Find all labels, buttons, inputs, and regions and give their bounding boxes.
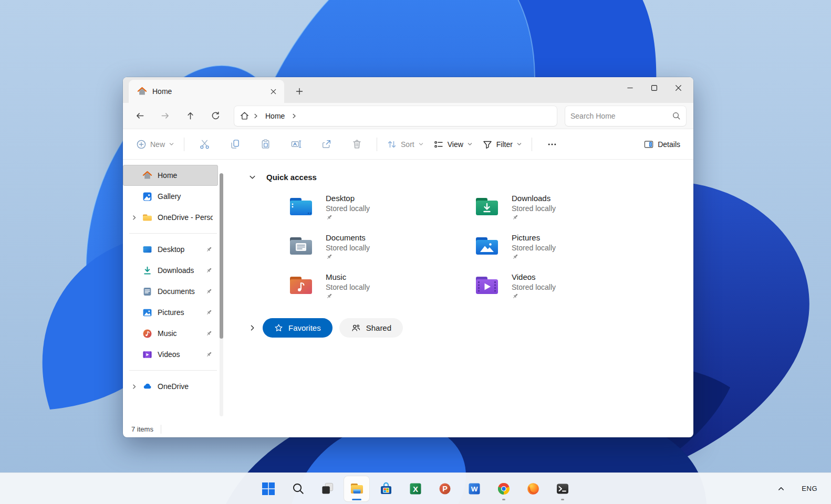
back-button[interactable] — [128, 106, 151, 126]
breadcrumb-home-icon[interactable] — [240, 111, 250, 121]
taskbar-task-view-button[interactable] — [315, 476, 340, 501]
copy-button[interactable] — [223, 134, 246, 155]
favorites-tab[interactable]: Favorites — [263, 318, 333, 338]
refresh-button[interactable] — [204, 106, 227, 126]
taskbar-search-button[interactable] — [285, 476, 310, 501]
sidebar-item-downloads[interactable]: Downloads — [123, 260, 218, 281]
terminal-icon — [556, 482, 569, 496]
taskbar-start-button[interactable] — [256, 476, 281, 501]
new-tab-button[interactable] — [292, 83, 307, 99]
minimize-button[interactable] — [618, 77, 642, 98]
section-title[interactable]: Quick access — [266, 173, 317, 182]
windows-start-icon — [262, 482, 275, 496]
sidebar-item-pictures[interactable]: Pictures — [123, 302, 218, 323]
new-button[interactable]: New — [131, 134, 179, 155]
pin-icon — [326, 253, 370, 260]
chevron-down-icon — [516, 141, 522, 147]
file-explorer-window: Home — [123, 77, 693, 437]
breadcrumb-home[interactable]: Home — [262, 112, 288, 120]
quick-access-item-desktop[interactable]: Desktop Stored locally — [288, 193, 474, 233]
sidebar-item-onedrive[interactable]: OneDrive — [123, 376, 218, 397]
pin-icon — [205, 288, 213, 296]
quick-access-item-pictures[interactable]: Pictures Stored locally — [474, 233, 660, 272]
breadcrumb-chevron-icon[interactable] — [291, 113, 297, 119]
folder-status: Stored locally — [326, 204, 370, 214]
navigation-bar: Home — [123, 103, 693, 129]
pin-icon — [205, 351, 213, 359]
chevron-down-icon[interactable] — [246, 171, 258, 183]
share-button[interactable] — [315, 134, 338, 155]
command-bar: New Sort View — [123, 129, 693, 160]
sidebar-item-videos[interactable]: Videos — [123, 344, 218, 365]
sidebar-item-music[interactable]: Music — [123, 323, 218, 344]
toolbar-separator — [184, 138, 184, 151]
chevron-right-icon[interactable] — [129, 213, 139, 222]
taskbar-powerpoint-button[interactable]: P — [432, 476, 458, 501]
tab-close-button[interactable] — [266, 85, 280, 98]
folder-name: Documents — [326, 233, 370, 243]
chevron-right-icon[interactable] — [246, 322, 258, 334]
folder-name: Music — [326, 272, 370, 282]
tray-chevron-up-icon[interactable] — [777, 485, 785, 492]
chevron-right-icon[interactable] — [129, 382, 139, 391]
sidebar-item-home[interactable]: Home — [123, 165, 218, 186]
sidebar-item-gallery[interactable]: Gallery — [123, 186, 218, 207]
quick-access-item-downloads[interactable]: Downloads Stored locally — [474, 193, 660, 233]
breadcrumb-chevron-icon — [253, 113, 259, 119]
sidebar-item-label: Gallery — [158, 192, 213, 201]
chevron-down-icon — [418, 141, 424, 147]
music-icon — [142, 329, 152, 339]
cut-button[interactable] — [193, 134, 216, 155]
maximize-button[interactable] — [642, 77, 666, 98]
taskbar-excel-button[interactable]: X — [403, 476, 428, 501]
pin-icon — [512, 292, 556, 300]
powerpoint-icon: P — [438, 482, 452, 496]
taskbar-word-button[interactable]: W — [462, 476, 487, 501]
filter-label: Filter — [496, 140, 513, 149]
quick-access-item-videos[interactable]: Videos Stored locally — [474, 272, 660, 311]
documents-icon — [142, 287, 152, 297]
view-button[interactable]: View — [429, 134, 477, 155]
filter-icon — [482, 139, 493, 150]
language-indicator[interactable]: ENG — [802, 485, 817, 492]
sidebar-scrollbar-thumb[interactable] — [220, 173, 223, 339]
sidebar-item-documents[interactable]: Documents — [123, 281, 218, 302]
tab-home[interactable]: Home — [129, 80, 284, 103]
svg-text:W: W — [471, 485, 478, 493]
quick-access-header: Quick access — [246, 171, 693, 183]
quick-access-item-music[interactable]: Music Stored locally — [288, 272, 474, 311]
rename-button[interactable] — [284, 134, 307, 155]
sidebar-item-label: OneDrive - Personal — [158, 213, 213, 222]
sidebar-item-desktop[interactable]: Desktop — [123, 239, 218, 260]
address-bar[interactable]: Home — [234, 106, 557, 126]
quick-access-item-documents[interactable]: Documents Stored locally — [288, 233, 474, 272]
forward-button[interactable] — [153, 106, 176, 126]
word-icon: W — [468, 482, 481, 496]
search-input[interactable] — [570, 112, 672, 120]
taskbar-file-explorer-button[interactable] — [344, 476, 369, 501]
quick-access-grid: Desktop Stored locally Downloads Stored … — [288, 193, 693, 311]
sort-button[interactable]: Sort — [382, 134, 429, 155]
shared-tab[interactable]: Shared — [339, 318, 403, 338]
more-options-button[interactable] — [541, 134, 564, 155]
sidebar-item-onedrive-personal[interactable]: OneDrive - Personal — [123, 207, 218, 228]
sidebar-item-label: Home — [158, 171, 213, 180]
details-button[interactable]: Details — [639, 134, 685, 155]
svg-text:X: X — [413, 484, 418, 493]
taskbar-microsoft-store-button[interactable] — [373, 476, 399, 501]
file-explorer-icon — [350, 481, 364, 496]
filter-button[interactable]: Filter — [477, 134, 527, 155]
close-button[interactable] — [666, 77, 690, 98]
details-pane-icon — [643, 139, 654, 150]
delete-button[interactable] — [345, 134, 368, 155]
sidebar-item-label: Music — [158, 329, 205, 338]
taskbar-terminal-button[interactable] — [550, 476, 575, 501]
taskbar-firefox-button[interactable] — [521, 476, 546, 501]
paste-button[interactable] — [254, 134, 277, 155]
taskbar-chrome-button[interactable] — [491, 476, 516, 501]
plus-circle-icon — [136, 139, 147, 150]
folder-icon — [142, 213, 152, 223]
search-icon[interactable] — [672, 111, 681, 120]
tab-title: Home — [152, 87, 261, 96]
up-button[interactable] — [179, 106, 202, 126]
